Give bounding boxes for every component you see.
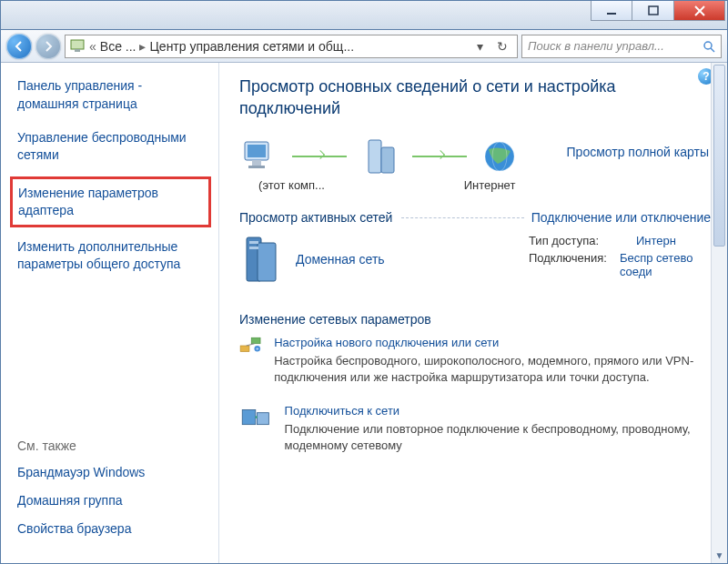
connection-line bbox=[292, 156, 347, 157]
see-also-title: См. также bbox=[17, 438, 145, 453]
active-network-row: Доменная сеть Тип доступа:Интерн Подключ… bbox=[239, 234, 711, 285]
svg-point-6 bbox=[704, 42, 712, 49]
active-networks-title: Просмотр активных сетей bbox=[239, 210, 392, 225]
svg-line-7 bbox=[711, 48, 714, 52]
chevron-left-icon: « bbox=[89, 39, 96, 54]
back-button[interactable] bbox=[6, 34, 32, 59]
search-input[interactable]: Поиск в панели управл... bbox=[521, 35, 722, 58]
svg-rect-21 bbox=[240, 346, 249, 352]
new-connection-icon: + bbox=[239, 336, 261, 368]
search-placeholder: Поиск в панели управл... bbox=[528, 39, 664, 53]
forward-button[interactable] bbox=[35, 34, 61, 59]
breadcrumb-page[interactable]: Центр управления сетями и общ... bbox=[149, 39, 354, 54]
svg-rect-18 bbox=[258, 243, 276, 281]
svg-rect-9 bbox=[248, 145, 266, 157]
maximize-button[interactable] bbox=[632, 1, 674, 21]
full-map-link[interactable]: Просмотр полной карты bbox=[567, 145, 709, 159]
network-details: Тип доступа:Интерн Подключения:Беспр сет… bbox=[529, 234, 711, 285]
gateway-icon bbox=[359, 136, 399, 176]
sidebar-item-wireless[interactable]: Управление беспроводными сетями bbox=[17, 129, 206, 164]
network-type-label[interactable]: Доменная сеть bbox=[296, 252, 385, 267]
svg-rect-20 bbox=[249, 247, 258, 249]
navbar: « Все ... ▸ Центр управления сетями и об… bbox=[1, 30, 727, 63]
access-type-value[interactable]: Интерн bbox=[636, 234, 676, 247]
see-also-browser-props[interactable]: Свойства браузера bbox=[17, 520, 145, 538]
sidebar-item-adapter-settings[interactable]: Изменение параметров адаптера bbox=[18, 185, 203, 219]
breadcrumb[interactable]: « Все ... ▸ Центр управления сетями и об… bbox=[65, 35, 518, 58]
access-type-label: Тип доступа: bbox=[529, 234, 629, 247]
internet-icon bbox=[480, 136, 520, 176]
connect-network-icon bbox=[239, 404, 272, 437]
content: Панель управления - домашняя страница Уп… bbox=[1, 63, 727, 563]
breadcrumb-dropdown[interactable]: ▾ bbox=[477, 39, 493, 54]
page-title: Просмотр основных сведений о сети и наст… bbox=[239, 76, 711, 120]
sidebar-see-also: См. также Брандмауэр Windows Домашняя гр… bbox=[17, 438, 145, 549]
connect-disconnect-link[interactable]: Подключение или отключение bbox=[531, 210, 711, 225]
svg-rect-27 bbox=[257, 413, 268, 425]
svg-rect-11 bbox=[248, 166, 265, 168]
connection-line bbox=[412, 156, 467, 157]
map-label-this-pc: (этот комп... bbox=[239, 178, 344, 192]
svg-rect-5 bbox=[75, 49, 80, 52]
map-label-internet: Интернет bbox=[421, 178, 558, 192]
svg-text:+: + bbox=[256, 346, 258, 351]
see-also-homegroup[interactable]: Домашняя группа bbox=[17, 492, 145, 509]
sidebar-item-advanced-sharing[interactable]: Изменить дополнительные параметры общего… bbox=[17, 238, 206, 273]
scrollbar-thumb[interactable] bbox=[713, 65, 725, 247]
scrollbar[interactable]: ▲ ▼ bbox=[711, 63, 727, 563]
window: « Все ... ▸ Центр управления сетями и об… bbox=[0, 0, 728, 564]
svg-rect-0 bbox=[607, 13, 616, 15]
connect-to-network-desc: Подключение или повторное подключение к … bbox=[285, 421, 711, 454]
control-panel-icon bbox=[69, 38, 86, 55]
minimize-button[interactable] bbox=[591, 1, 632, 21]
svg-rect-26 bbox=[242, 409, 256, 424]
connections-label: Подключения: bbox=[529, 251, 612, 278]
highlight-box: Изменение параметров адаптера bbox=[10, 176, 211, 227]
setup-new-connection-link[interactable]: Настройка нового подключения или сети bbox=[274, 336, 711, 349]
scroll-down-icon[interactable]: ▼ bbox=[712, 547, 727, 563]
computer-icon bbox=[239, 136, 279, 176]
see-also-firewall[interactable]: Брандмауэр Windows bbox=[17, 464, 145, 481]
svg-rect-4 bbox=[71, 40, 84, 49]
setup-new-connection-desc: Настройка беспроводного, широкополосного… bbox=[274, 353, 711, 386]
titlebar bbox=[1, 1, 727, 30]
section-divider bbox=[401, 217, 523, 218]
sidebar: Панель управления - домашняя страница Уп… bbox=[1, 63, 219, 563]
breadcrumb-root[interactable]: Все ... bbox=[100, 39, 136, 54]
domain-network-icon bbox=[239, 234, 283, 285]
svg-rect-12 bbox=[369, 140, 381, 173]
connections-value[interactable]: Беспр сетево соеди bbox=[620, 251, 711, 278]
svg-rect-10 bbox=[252, 160, 261, 166]
change-settings-section: Изменение сетевых параметров + Настройка… bbox=[239, 312, 711, 455]
svg-line-23 bbox=[247, 343, 255, 345]
chevron-right-icon: ▸ bbox=[139, 39, 146, 54]
svg-rect-13 bbox=[381, 147, 394, 173]
control-panel-home-link[interactable]: Панель управления - домашняя страница bbox=[17, 77, 206, 113]
connect-to-network-link[interactable]: Подключиться к сети bbox=[285, 404, 711, 418]
close-button[interactable] bbox=[674, 1, 725, 21]
svg-rect-22 bbox=[251, 337, 260, 344]
change-settings-title: Изменение сетевых параметров bbox=[239, 312, 711, 327]
main-panel: ? Просмотр основных сведений о сети и на… bbox=[219, 63, 727, 563]
refresh-icon[interactable]: ↻ bbox=[497, 39, 513, 54]
svg-rect-19 bbox=[249, 241, 258, 244]
svg-rect-1 bbox=[649, 6, 658, 15]
search-icon bbox=[703, 40, 715, 53]
